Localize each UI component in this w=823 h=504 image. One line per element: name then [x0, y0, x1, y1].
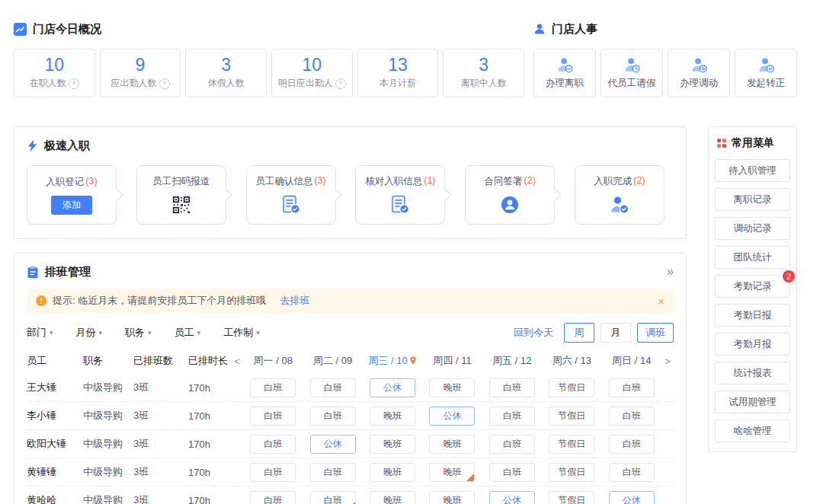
step-arrow [548, 189, 561, 202]
filter-department[interactable]: 部门▾ [27, 326, 53, 340]
step-confirm-info[interactable]: 员工确认信息(3) [246, 165, 336, 225]
schedule-cell[interactable]: 白班 [250, 463, 296, 482]
hr-action-transfer[interactable]: 办理调动 [668, 49, 730, 97]
chevron-right-icon[interactable]: > [661, 356, 674, 367]
step-scan-qr[interactable]: 员工扫码报道 [136, 165, 226, 225]
schedule-cell[interactable]: 晚班 [370, 491, 415, 504]
main-area: 极速入职 入职登记(3) 添加 员工扫码报道 [14, 126, 797, 504]
schedule-cell[interactable]: 公休 [310, 435, 356, 454]
stat-card-onduty[interactable]: 10 在职人数? [14, 49, 95, 97]
schedule-cell[interactable]: 公休 [429, 407, 475, 426]
schedule-cell[interactable]: 公休 [370, 378, 415, 397]
hr-action-regularize[interactable]: 发起转正 [735, 49, 797, 97]
schedule-cell[interactable]: 晚班 [429, 491, 475, 504]
filter-employee[interactable]: 员工▾ [175, 326, 201, 340]
step-contract-sign[interactable]: 合同签署(2) [465, 165, 555, 225]
schedule-cell[interactable]: 白班 [489, 378, 535, 397]
schedule-cell[interactable]: 白班 [310, 378, 356, 397]
schedule-cell[interactable]: 晚班 [429, 435, 475, 454]
step-verify-info[interactable]: 核对入职信息(1) [355, 165, 445, 225]
schedule-cell[interactable]: 公休 [609, 491, 655, 504]
collapse-icon[interactable]: » [667, 265, 674, 279]
step-label: 核对入职信息 [365, 175, 422, 188]
menu-item-probation[interactable]: 试用期管理 [715, 391, 790, 413]
info-icon[interactable]: ? [69, 78, 79, 89]
schedule-cell[interactable]: 节假日 [549, 463, 594, 482]
step-arrow [219, 189, 232, 202]
schedule-cell[interactable]: 白班 [609, 463, 655, 482]
filter-role[interactable]: 职务▾ [125, 326, 152, 340]
day-column-header[interactable]: 周四 / 11 [422, 354, 482, 368]
schedule-cell[interactable]: 节假日 [549, 435, 594, 454]
schedule-cell[interactable]: 白班 [489, 407, 535, 426]
schedule-cell[interactable]: 节假日 [549, 491, 594, 504]
menu-item-resign-records[interactable]: 离职记录 [715, 188, 790, 211]
schedule-cell[interactable]: 白班 [609, 435, 655, 454]
stat-card-payroll[interactable]: 13 本月计薪? [357, 49, 439, 97]
step-onboard-complete[interactable]: 入职完成(2) [575, 165, 664, 225]
schedule-cell[interactable]: 晚班 [370, 435, 415, 454]
day-cell: 白班 [482, 463, 542, 482]
swap-shift-button[interactable]: 调班 [637, 323, 674, 343]
schedule-cell[interactable]: 白班 [250, 407, 296, 426]
stat-card-expected[interactable]: 9 应出勤人数? [100, 49, 181, 97]
menu-item-pending-onboard[interactable]: 待入职管理 [715, 159, 790, 182]
schedule-cell[interactable]: 白班 [489, 463, 535, 482]
day-column-header[interactable]: 周日 / 14 [602, 354, 661, 368]
day-column-header[interactable]: 周一 / 08 [243, 354, 303, 368]
info-icon[interactable]: ? [335, 78, 346, 89]
filter-worktype[interactable]: 工作制▾ [223, 326, 260, 340]
schedule-cell[interactable]: 白班 [250, 378, 296, 397]
schedule-cell[interactable]: 晚班 [370, 407, 415, 426]
menu-item-stat-reports[interactable]: 统计报表 [715, 362, 790, 384]
menu-item-transfer-records[interactable]: 调动记录 [715, 217, 790, 240]
stat-card-tomorrow[interactable]: 10 明日应出勤人? [271, 49, 353, 97]
day-cell: 晚班 [422, 378, 482, 397]
hr-action-leave[interactable]: 代员工请假 [600, 49, 663, 97]
schedule-cell[interactable]: 晚班 [429, 378, 475, 397]
hr-action-label: 办理调动 [680, 77, 718, 90]
stat-card-resigning[interactable]: 3 离职中人数? [443, 49, 524, 97]
menu-item-misc[interactable]: 啥啥管理 [715, 419, 790, 442]
schedule-cell[interactable]: 公休 [489, 491, 535, 504]
schedule-cell[interactable]: 白班 [609, 378, 655, 397]
add-button[interactable]: 添加 [51, 196, 92, 215]
schedule-cell[interactable]: 白班 [609, 407, 655, 426]
day-cell: 节假日 [542, 463, 601, 482]
go-schedule-link[interactable]: 去排班 [280, 294, 309, 308]
day-column-header[interactable]: 周三 / 10 [363, 354, 422, 368]
schedule-cell[interactable]: 晚班 [429, 463, 475, 482]
schedule-cell[interactable]: 白班 [310, 491, 356, 504]
schedule-cell[interactable]: 白班 [310, 463, 356, 482]
filter-month[interactable]: 月份▾ [76, 326, 103, 340]
day-column-header[interactable]: 周二 / 09 [303, 354, 362, 368]
schedule-cell[interactable]: 白班 [489, 435, 535, 454]
back-today-button[interactable]: 回到今天 [509, 325, 558, 340]
hr-action-resign[interactable]: 办理离职 [533, 49, 596, 97]
day-column-header[interactable]: 周五 / 12 [482, 354, 542, 368]
menu-item-team-stats[interactable]: 团队统计 [715, 246, 790, 269]
employee-role: 中级导购 [83, 381, 133, 394]
schedule-alert: ! 提示: 临近月末，请提前安排员工下个月的排班哦 去排班 × [27, 289, 674, 313]
month-view-button[interactable]: 月 [600, 323, 631, 343]
day-cell: 白班 [303, 407, 362, 426]
stat-card-onleave[interactable]: 3 休假人数? [185, 49, 267, 97]
day-column-header[interactable]: 周六 / 13 [542, 354, 601, 368]
week-view-button[interactable]: 周 [564, 323, 594, 343]
chevron-left-icon[interactable]: < [231, 356, 243, 367]
menu-item-attendance-records[interactable]: 考勤记录 2 [715, 275, 790, 298]
info-icon[interactable]: ? [159, 78, 170, 89]
contact-circle-icon [500, 195, 520, 215]
schedule-cell[interactable]: 白班 [250, 491, 296, 504]
menu-item-attendance-monthly[interactable]: 考勤月报 [715, 333, 790, 356]
schedule-cell[interactable]: 节假日 [549, 407, 594, 426]
schedule-cell[interactable]: 晚班 [370, 463, 415, 482]
column-header-shift-count: 已排班数 [133, 354, 188, 368]
employee-name: 黄锤锤 [27, 465, 83, 479]
close-icon[interactable]: × [658, 295, 664, 308]
schedule-cell[interactable]: 节假日 [549, 378, 594, 397]
schedule-cell[interactable]: 白班 [310, 407, 356, 426]
menu-item-attendance-daily[interactable]: 考勤日报 [715, 304, 790, 327]
schedule-cell[interactable]: 白班 [250, 435, 296, 454]
step-register[interactable]: 入职登记(3) 添加 [27, 165, 117, 225]
